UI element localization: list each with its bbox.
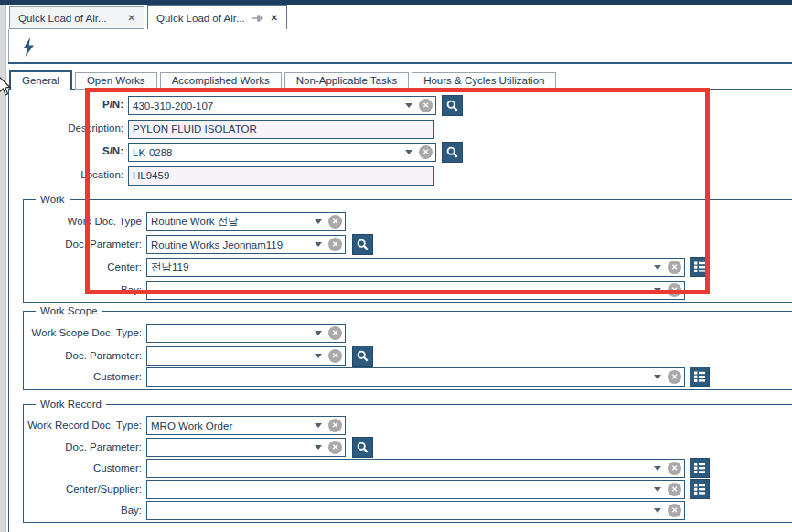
clear-icon[interactable] [328, 326, 342, 340]
work-record-center-supplier-list-button[interactable] [690, 479, 710, 499]
app-window: Quick Load of Air... Quick Load of Air..… [0, 0, 792, 532]
work-record-doc-parameter-combobox[interactable] [146, 438, 346, 457]
chevron-down-icon[interactable] [654, 265, 661, 270]
sn-search-button[interactable] [442, 142, 463, 163]
work-record-customer-combobox[interactable] [146, 459, 685, 478]
work-bay-combobox[interactable] [146, 281, 685, 300]
description-label: Description: [27, 122, 123, 133]
chevron-down-icon[interactable] [405, 103, 412, 108]
chevron-down-icon[interactable] [654, 508, 661, 513]
close-icon[interactable] [271, 14, 278, 23]
toolbar-separator [8, 62, 792, 64]
mouse-cursor [0, 76, 11, 98]
work-record-bay-combobox[interactable] [146, 501, 685, 520]
quick-load-bolt-icon[interactable] [22, 37, 35, 58]
work-record-doc-parameter-label: Doc. Parameter: [27, 442, 142, 452]
search-icon [357, 350, 369, 362]
work-scope-doc-type-label: Work Scope Doc. Type: [27, 327, 142, 338]
sn-combobox[interactable]: LK-0288 [128, 143, 436, 162]
chevron-down-icon[interactable] [405, 150, 412, 154]
work-bay-label: Bay: [27, 284, 142, 295]
chevron-down-icon[interactable] [315, 242, 322, 247]
clear-icon[interactable] [419, 145, 433, 159]
work-group-caption: Work [36, 193, 70, 206]
work-scope-customer-combobox[interactable] [146, 367, 685, 387]
doc-tab-label: Quick Load of Air... [156, 13, 245, 24]
chevron-down-icon[interactable] [654, 487, 661, 492]
chevron-down-icon[interactable] [654, 375, 661, 379]
clear-icon[interactable] [668, 283, 681, 297]
doc-tab-label: Quick Load of Air... [18, 13, 107, 24]
work-record-center-supplier-label: Center/Supplier: [27, 484, 142, 495]
form-tab-strip: General Open Works Accomplished Works No… [9, 70, 556, 90]
list-icon [693, 462, 706, 474]
work-record-doc-type-combobox[interactable]: MRO Work Order [146, 416, 346, 435]
work-scope-customer-list-button[interactable] [690, 367, 710, 387]
clear-icon[interactable] [328, 238, 342, 251]
chevron-down-icon[interactable] [654, 466, 661, 471]
search-icon [357, 239, 369, 250]
pn-combobox[interactable]: 430-310-200-107 [128, 96, 436, 115]
work-scope-group-caption: Work Scope [36, 304, 102, 317]
work-center-label: Center: [27, 261, 142, 272]
clear-icon[interactable] [668, 504, 681, 517]
work-scope-doc-type-combobox[interactable] [146, 324, 346, 343]
work-record-doc-type-label: Work Record Doc. Type: [23, 420, 142, 431]
list-icon [693, 483, 706, 495]
clear-icon[interactable] [668, 483, 681, 496]
pin-icon[interactable] [252, 13, 264, 24]
work-doc-parameter-search-button[interactable] [352, 234, 373, 255]
location-field: HL9459 [128, 166, 434, 186]
location-label: Location: [27, 169, 123, 180]
chevron-down-icon[interactable] [315, 354, 322, 358]
clear-icon[interactable] [328, 349, 342, 363]
work-scope-customer-label: Customer: [27, 371, 142, 382]
search-icon [446, 146, 458, 158]
close-icon[interactable] [128, 14, 135, 23]
clear-icon[interactable] [328, 215, 342, 229]
search-icon [446, 100, 458, 112]
tab-open-works[interactable]: Open Works [75, 72, 157, 90]
doc-tab-2[interactable]: Quick Load of Air... [147, 5, 287, 29]
tab-general[interactable]: General [9, 70, 72, 90]
clear-icon[interactable] [668, 261, 681, 274]
tab-non-applicable-tasks[interactable]: Non-Applicable Tasks [284, 72, 409, 90]
work-record-bay-label: Bay: [27, 505, 142, 516]
work-doc-type-combobox[interactable]: Routine Work 전남 [146, 212, 346, 231]
content-left-border [8, 29, 9, 62]
work-record-group-caption: Work Record [36, 398, 106, 410]
work-record-customer-label: Customer: [27, 463, 142, 473]
work-scope-doc-parameter-combobox[interactable] [146, 346, 346, 366]
work-center-combobox[interactable]: 전남119 [146, 258, 685, 277]
chevron-down-icon[interactable] [654, 288, 661, 293]
list-icon [693, 261, 706, 273]
work-scope-doc-parameter-label: Doc. Parameter: [27, 350, 142, 361]
clear-icon[interactable] [328, 441, 342, 454]
clear-icon[interactable] [328, 419, 342, 432]
pn-search-button[interactable] [442, 95, 463, 116]
clear-icon[interactable] [668, 462, 681, 475]
tab-accomplished-works[interactable]: Accomplished Works [160, 72, 282, 90]
doc-tab-1[interactable]: Quick Load of Air... [9, 6, 144, 29]
work-record-center-supplier-combobox[interactable] [146, 480, 685, 499]
search-icon [357, 442, 369, 453]
work-doc-type-label: Work Doc. Type [27, 216, 142, 227]
tab-hours-cycles-utilization[interactable]: Hours & Cycles Utilization [412, 72, 556, 90]
work-doc-parameter-combobox[interactable]: Routine Works Jeonnam119 [146, 235, 346, 254]
document-tab-bar: Quick Load of Air... Quick Load of Air..… [9, 5, 287, 29]
list-icon [693, 370, 706, 383]
description-field: PYLON FLUID ISOLATOR [128, 120, 434, 139]
clear-icon[interactable] [668, 370, 681, 384]
chevron-down-icon[interactable] [315, 219, 322, 224]
chevron-down-icon[interactable] [315, 423, 322, 428]
sn-label: S/N: [27, 145, 123, 156]
clear-icon[interactable] [419, 99, 433, 112]
work-record-customer-list-button[interactable] [690, 458, 710, 478]
chevron-down-icon[interactable] [315, 331, 322, 335]
work-center-list-button[interactable] [690, 257, 710, 277]
pn-label: P/N: [27, 99, 123, 110]
work-record-doc-parameter-search-button[interactable] [352, 437, 373, 458]
chevron-down-icon[interactable] [315, 445, 322, 450]
work-doc-parameter-label: Doc. Parameter: [27, 239, 142, 250]
work-scope-doc-parameter-search-button[interactable] [352, 346, 373, 367]
